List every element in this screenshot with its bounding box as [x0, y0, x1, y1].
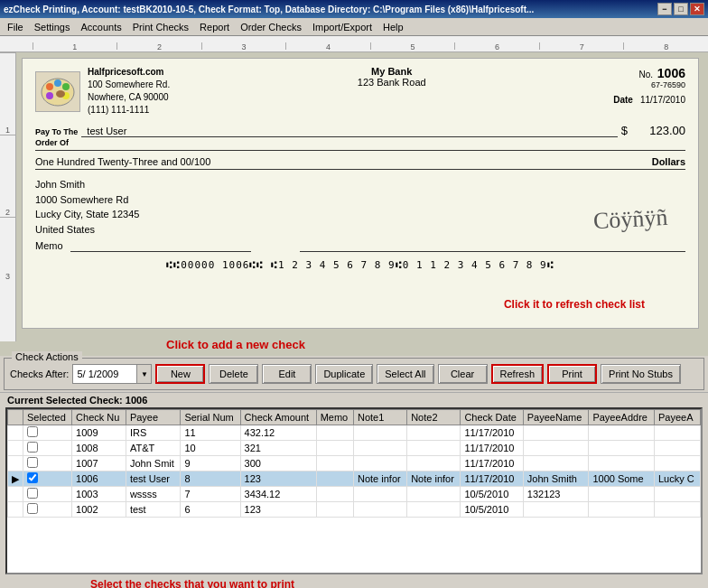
col-check-date: Check Date: [461, 410, 523, 425]
payee-addr-cell: [589, 487, 655, 502]
dollar-sign: $: [621, 124, 628, 137]
table-row[interactable]: 1003wssss73434.1210/5/2010132123: [8, 487, 701, 502]
memo-cell: [316, 502, 353, 518]
check-header: Halfpricesoft.com 100 Somewhere Rd. Nowh…: [35, 66, 685, 117]
ruler: 1 2 3 4 5 6 7 8: [0, 36, 708, 52]
checkbox-cell[interactable]: [23, 425, 72, 441]
menu-settings[interactable]: Settings: [29, 20, 76, 34]
check-num-cell: 1007: [72, 456, 126, 471]
svg-point-1: [46, 83, 53, 90]
ruler-mark-7: 7: [539, 42, 624, 50]
edit-button[interactable]: Edit: [262, 364, 312, 384]
note1-cell: Note infor: [353, 471, 406, 487]
payee-a-cell: [655, 425, 701, 441]
note2-cell: Note infor: [407, 471, 461, 487]
new-button[interactable]: New: [155, 364, 205, 384]
date-input-value[interactable]: 5/ 1/2009: [73, 365, 136, 383]
print-button[interactable]: Print: [547, 364, 597, 384]
menu-accounts[interactable]: Accounts: [75, 20, 126, 34]
close-button[interactable]: ✕: [690, 3, 704, 15]
table-body: 1009IRS11432.1211/17/20101008AT&T1032111…: [8, 425, 701, 518]
payee-name-cell: [523, 425, 589, 441]
duplicate-button[interactable]: Duplicate: [315, 364, 373, 384]
row-indicator-cell: [8, 425, 23, 441]
payee-addr-cell: [589, 456, 655, 471]
delete-button[interactable]: Delete: [209, 364, 258, 384]
col-indicator: [8, 410, 23, 425]
menu-print-checks[interactable]: Print Checks: [127, 20, 194, 34]
memo-cell: [316, 456, 353, 471]
table-row[interactable]: ▶1006test User8123Note inforNote infor11…: [8, 471, 701, 487]
row-checkbox[interactable]: [27, 503, 38, 514]
table-row[interactable]: 1008AT&T1032111/17/2010: [8, 441, 701, 456]
refresh-button[interactable]: Refresh: [491, 364, 545, 384]
check-paper: Halfpricesoft.com 100 Somewhere Rd. Nowh…: [22, 58, 699, 329]
memo-cell: [316, 471, 353, 487]
serial-cell: 10: [181, 441, 240, 456]
row-checkbox[interactable]: [27, 442, 38, 453]
menu-file[interactable]: File: [2, 20, 29, 34]
check-bank-info: My Bank 123 Bank Road: [358, 66, 426, 88]
signature: Cöÿñÿñ: [592, 204, 668, 235]
company-city: Nowhere, CA 90000: [88, 91, 170, 104]
check-date-cell: 11/17/2010: [461, 425, 523, 441]
ruler-mark-2: 2: [116, 42, 201, 50]
check-logo: [35, 71, 80, 112]
check-date-cell: 11/17/2010: [461, 471, 523, 487]
checkbox-cell[interactable]: [23, 487, 72, 502]
checkbox-cell[interactable]: [23, 471, 72, 487]
note2-cell: [407, 456, 461, 471]
note1-cell: [353, 487, 406, 502]
serial-cell: 9: [181, 456, 240, 471]
date-picker[interactable]: 5/ 1/2009 ▼: [72, 364, 152, 384]
check-address: John Smith 1000 Somewhere Rd Lucky City,…: [35, 177, 139, 237]
select-hint-area: Select the checks that you want to print: [45, 578, 708, 588]
check-table-container[interactable]: Selected Check Nu Payee Serial Num Check…: [5, 407, 703, 574]
table-row[interactable]: 1007John Smit930011/17/2010: [8, 456, 701, 471]
menu-order-checks[interactable]: Order Checks: [235, 20, 307, 34]
payee-addr-cell: [589, 425, 655, 441]
row-checkbox[interactable]: [27, 488, 38, 499]
checkbox-cell[interactable]: [23, 456, 72, 471]
col-selected: Selected: [23, 410, 72, 425]
menu-help[interactable]: Help: [377, 20, 409, 34]
payee-addr-cell: 1000 Some: [589, 471, 655, 487]
check-preview-area: Halfpricesoft.com 100 Somewhere Rd. Nowh…: [16, 52, 708, 356]
table-row[interactable]: 1002test612310/5/2010: [8, 502, 701, 518]
menu-import-export[interactable]: Import/Export: [307, 20, 377, 34]
row-checkbox[interactable]: [27, 457, 38, 468]
minimize-button[interactable]: −: [657, 3, 672, 15]
signature-area: Cöÿñÿñ: [593, 206, 667, 233]
maximize-button[interactable]: □: [674, 3, 688, 15]
check-number-value: 1006: [657, 66, 685, 80]
check-micr: ⑆⑆00000 1006⑆⑆ ⑆1 2 3 4 5 6 7 8 9⑆0 1 1 …: [35, 259, 685, 271]
table-row[interactable]: 1009IRS11432.1211/17/2010: [8, 425, 701, 441]
address-line1: 1000 Somewhere Rd: [35, 192, 139, 208]
menu-report[interactable]: Report: [194, 20, 235, 34]
pay-to-line: Pay To The Order Of test User $ 123.00: [35, 124, 685, 151]
select-all-button[interactable]: Select All: [377, 364, 433, 384]
clear-button[interactable]: Clear: [438, 364, 488, 384]
payee-cell: AT&T: [126, 441, 180, 456]
current-check-bar: Current Selected Check: 1006: [0, 392, 708, 407]
row-indicator-cell: [8, 456, 23, 471]
date-dropdown-button[interactable]: ▼: [136, 365, 151, 383]
col-memo: Memo: [316, 410, 353, 425]
address-signature-area: John Smith 1000 Somewhere Rd Lucky City,…: [35, 170, 685, 237]
check-memo-line: Memo: [35, 240, 685, 252]
checkbox-cell[interactable]: [23, 502, 72, 518]
row-indicator-cell: ▶: [8, 471, 23, 487]
memo-cell: [316, 425, 353, 441]
svg-point-5: [46, 92, 53, 99]
payee-addr-cell: [589, 441, 655, 456]
checkbox-cell[interactable]: [23, 441, 72, 456]
print-no-stubs-button[interactable]: Print No Stubs: [601, 364, 681, 384]
table-header-row: Selected Check Nu Payee Serial Num Check…: [8, 410, 701, 425]
serial-cell: 8: [181, 471, 240, 487]
row-checkbox[interactable]: [27, 472, 38, 483]
amount-cell: 123: [240, 502, 316, 518]
note2-cell: [407, 425, 461, 441]
payee-name-cell: [523, 502, 589, 518]
row-checkbox[interactable]: [27, 426, 38, 437]
hint-area: Click to add a new check Click it to ref…: [22, 331, 699, 356]
